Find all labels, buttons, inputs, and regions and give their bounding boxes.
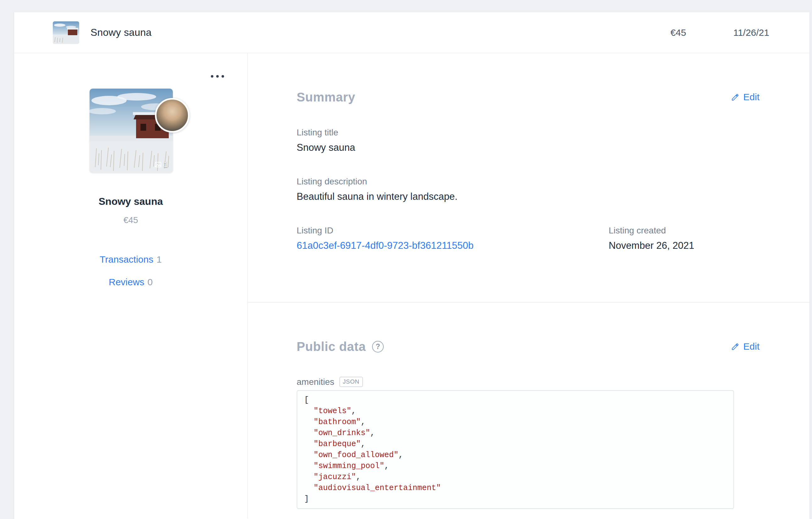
public-data-edit-label: Edit bbox=[743, 341, 759, 352]
field-listing-description: Listing description Beautiful sauna in w… bbox=[297, 176, 759, 203]
summary-edit-label: Edit bbox=[743, 92, 759, 103]
summary-section: Summary Edit Listing title Snowy sauna bbox=[248, 53, 810, 302]
summary-heading: Summary bbox=[297, 90, 355, 105]
image-count-badge: 1 bbox=[154, 160, 168, 169]
reviews-row: Reviews0 bbox=[14, 277, 247, 287]
summary-edit-button[interactable]: Edit bbox=[731, 92, 759, 103]
author-avatar[interactable] bbox=[155, 98, 190, 133]
sidebar-listing-price: €45 bbox=[14, 215, 247, 225]
pencil-icon bbox=[731, 93, 740, 102]
public-data-edit-button[interactable]: Edit bbox=[731, 341, 759, 352]
pencil-icon bbox=[731, 342, 740, 351]
field-listing-title: Listing title Snowy sauna bbox=[297, 127, 759, 154]
amenities-field-label: amenities bbox=[297, 377, 335, 387]
transactions-link[interactable]: Transactions bbox=[99, 254, 153, 264]
json-format-badge: JSON bbox=[339, 377, 363, 387]
more-options-button[interactable] bbox=[208, 73, 227, 80]
ellipsis-dot bbox=[216, 75, 219, 78]
ellipsis-dot bbox=[222, 75, 224, 78]
listing-image-wrap: 1 bbox=[90, 89, 173, 173]
header-price: €45 bbox=[670, 27, 686, 38]
field-value: November 26, 2021 bbox=[609, 240, 759, 252]
json-code-block: [ "towels", "bathroom", "own_drinks", "b… bbox=[297, 390, 734, 509]
listing-main-panel: Summary Edit Listing title Snowy sauna bbox=[248, 53, 810, 519]
reviews-link[interactable]: Reviews bbox=[109, 277, 144, 287]
reviews-count: 0 bbox=[147, 277, 153, 287]
field-label: Listing created bbox=[609, 225, 759, 236]
field-listing-id: Listing ID 61a0c3ef-6917-4df0-9723-bf361… bbox=[297, 225, 609, 252]
transactions-count: 1 bbox=[156, 254, 162, 264]
listing-header-row: Snowy sauna €45 11/26/21 bbox=[14, 12, 810, 53]
transactions-row: Transactions1 bbox=[14, 254, 247, 265]
image-count: 1 bbox=[164, 160, 168, 169]
field-row-id-created: Listing ID 61a0c3ef-6917-4df0-9723-bf361… bbox=[297, 225, 759, 252]
field-label: Listing description bbox=[297, 176, 759, 187]
image-count-icon bbox=[154, 161, 162, 168]
listing-detail-card: Snowy sauna €45 11/26/21 bbox=[14, 12, 810, 519]
field-label: Listing ID bbox=[297, 225, 609, 236]
page: Snowy sauna €45 11/26/21 bbox=[0, 0, 812, 519]
help-icon[interactable]: ? bbox=[372, 341, 384, 352]
sidebar-listing-title: Snowy sauna bbox=[14, 196, 247, 207]
public-data-section: Public data ? Edit amenities JSON bbox=[248, 302, 810, 509]
public-data-heading: Public data bbox=[297, 339, 366, 354]
listing-thumbnail bbox=[53, 21, 79, 44]
ellipsis-dot bbox=[211, 75, 213, 78]
page-title: Snowy sauna bbox=[90, 27, 151, 38]
field-listing-created: Listing created November 26, 2021 bbox=[609, 225, 759, 252]
field-value: Snowy sauna bbox=[297, 142, 759, 154]
listing-id-link[interactable]: 61a0c3ef-6917-4df0-9723-bf361211550b bbox=[297, 240, 609, 252]
listing-sidebar: 1 Snowy sauna €45 Transactions1 Reviews0 bbox=[14, 53, 248, 519]
field-label: Listing title bbox=[297, 127, 759, 138]
header-date: 11/26/21 bbox=[733, 27, 769, 38]
field-value: Beautiful sauna in wintery landscape. bbox=[297, 191, 759, 203]
